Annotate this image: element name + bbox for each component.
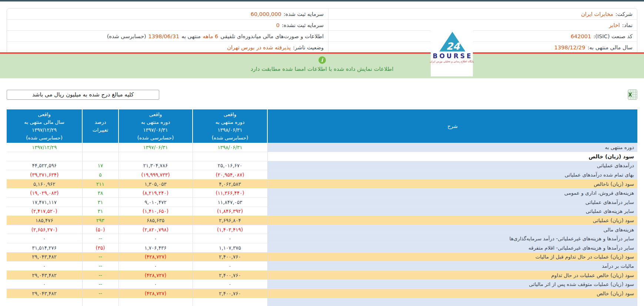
value-cell: -- [82, 261, 119, 271]
value-cell: ۲۵,۰۱۶,۶۷۰ [193, 161, 267, 170]
value-cell: (۳۹,۳۷۱,۶۳۴) [7, 170, 82, 180]
row-description-cell: دوره منتهی به [267, 143, 637, 152]
value-cell: ۵ [82, 170, 119, 180]
value-cell: ۲۱,۳۰۴,۷۸۶ [119, 161, 193, 170]
top-bar [0, 0, 644, 1]
value-cell: -- [82, 252, 119, 261]
value-cell: (۲۰,۹۵۴,۰۸۷) [193, 170, 267, 180]
table-row: سایر درآمدهای عملیاتی۱۱,۸۴۷,۰۵۳۹,۰۱۰,۴۷۲… [7, 198, 637, 207]
value-cell: ۱۳۹۷/۰۶/۳۱ [119, 143, 193, 152]
value-cell: ۲۹,۰۴۳,۴۸۲ [7, 289, 82, 298]
table-row: هزینه‌های مالی(۱,۴۰۳,۴۱۹)(۲,۸۲۰,۷۹۸)(۵۰)… [7, 225, 637, 234]
logo-brand-text: BOURSE [431, 52, 473, 60]
column-header-2: واقعی دوره منتهی به ۱۳۹۷/۰۶/۳۱ (حسابرسی … [119, 109, 193, 143]
issuer-status-label: وضعیت ناشر: [293, 45, 324, 50]
value-cell: ۱۷ [82, 161, 119, 170]
value-cell: ۱,۱۰۷,۳۷۵ [193, 243, 267, 253]
row-description-cell: بهای تمام شده درآمدهای عملیاتی [267, 170, 637, 180]
value-cell [82, 143, 119, 152]
column-header-0: شرح [267, 109, 637, 143]
registered-capital-value: 60,000,000 [251, 11, 281, 17]
row-description-cell: سایر درآمدهای عملیاتی [267, 198, 637, 207]
value-cell [119, 152, 193, 161]
value-cell: (۲,۸۲۰,۷۹۸) [119, 225, 193, 234]
value-cell: ۰ [193, 234, 267, 243]
row-description-cell: درآمدهای عملیاتی [267, 161, 637, 170]
issuer-status-value: پذیرفته شده در بورس تهران [227, 45, 291, 50]
excel-export-button[interactable] [627, 89, 638, 101]
table-row: سود (زیان) ناخالص۴,۰۶۲,۵۸۳۱,۳۰۵,۰۵۳۲۱۱۵,… [7, 179, 637, 188]
svg-text:24: 24 [446, 40, 460, 52]
row-description-cell: سود (زیان) عملیات در حال تداوم قبل از ما… [267, 252, 637, 261]
table-row: سود (زیان) خالص [7, 152, 637, 161]
row-description-cell: سود (زیان) خالص [267, 152, 637, 161]
row-description-cell: سود (زیان) ناخالص [267, 179, 637, 188]
report-date-part: 1398/06/31 [149, 33, 180, 39]
value-cell: ۳۸ [82, 188, 119, 198]
fiscal-year-value: 1398/12/29 [554, 45, 585, 50]
table-row: سود (زیان) خالص عملیات در حال تداوم۲,۴۰۰… [7, 270, 637, 280]
value-cell: (۱۹,۹۹۹,۷۳۳) [119, 170, 193, 180]
value-cell: ۰ [119, 280, 193, 289]
value-cell: (۱,۴۰۳,۴۱۹) [193, 225, 267, 234]
row-description-cell: مالیات بر درآمد [267, 261, 637, 271]
fiscal-year-label: سال مالی منتهی به: [587, 45, 633, 50]
company-label: شرکت: [615, 11, 633, 17]
value-cell [193, 152, 267, 161]
value-cell: ۲,۴۰۰,۷۶۰ [193, 252, 267, 261]
value-cell: ۰ [193, 280, 267, 289]
value-cell: (۵۰) [82, 225, 119, 234]
value-cell: ۲,۴۰۰,۷۶۰ [193, 270, 267, 280]
value-cell: -- [82, 270, 119, 280]
value-cell: ۰ [119, 261, 193, 271]
row-description-cell: سود (زیان) خالص [267, 289, 637, 298]
value-cell: (۳۵) [82, 243, 119, 253]
table-row: سایر هزینه‌های عملیاتی(۱,۸۴۶,۳۹۲)(۱,۴۱۰,… [7, 207, 637, 216]
table-row: سود (زیان) عملیاتی۲,۶۹۶,۸۰۴۶۸۵,۶۳۵۲۹۳۱۸۵… [7, 216, 637, 225]
value-cell: (۴۲۸,۷۲۷) [119, 270, 193, 280]
unregistered-capital-label: سرمایه ثبت نشده: [282, 22, 324, 28]
financial-statement-table: شرحواقعی دوره منتهی به ۱۳۹۸/۰۶/۳۱ (حسابر… [7, 109, 637, 306]
value-cell: (۲,۶۵۶,۲۷۰) [7, 225, 82, 234]
value-cell [82, 152, 119, 161]
row-description-cell: هزینه‌های فروش، اداری و عمومی [267, 188, 637, 198]
info-row: نماد: اخابر سرمایه ثبت نشده: 0 [7, 19, 637, 30]
value-cell [82, 298, 119, 306]
value-cell: ۰ [193, 261, 267, 271]
symbol-link[interactable]: اخابر [609, 22, 620, 28]
value-cell: -- [82, 234, 119, 243]
value-cell: ۶۸۵,۶۳۵ [119, 216, 193, 225]
signature-notice-banner: i اطلاعات نمایش داده شده با اطلاعات امضا… [0, 54, 644, 78]
row-description-cell: سایر هزینه‌های عملیاتی [267, 207, 637, 216]
info-row: سال مالی منتهی به: 1398/12/29 وضعیت ناشر… [7, 42, 637, 53]
value-cell: (۱۹,۰۲۹,۰۸۳) [7, 188, 82, 198]
value-cell: -- [82, 289, 119, 298]
value-cell: ۲۱۱ [82, 179, 119, 188]
report-audited-part: (حسابرسی شده) [107, 33, 146, 39]
table-row: مالیات بر درآمد۰۰--۰ [7, 261, 637, 271]
value-cell: ۳۱ [82, 207, 119, 216]
value-cell: (۱۱,۳۶۶,۴۴۰) [193, 188, 267, 198]
value-cell: ۰ [7, 234, 82, 243]
bourse24-triangle-icon: 24 [437, 30, 466, 53]
value-cell: (۲,۴۱۷,۵۲۰) [7, 207, 82, 216]
column-header-3: درصد تغییرات [82, 109, 119, 143]
logo-tagline: پایگاه اطلاع رسانی و تحلیلی بورس ایران [430, 60, 474, 63]
value-cell: ۱,۳۰۵,۰۵۳ [119, 179, 193, 188]
table-row: سود (زیان) عملیات در حال تداوم قبل از ما… [7, 252, 637, 261]
value-cell: ۳۱,۵۱۴,۲۷۶ [7, 243, 82, 253]
table-row: درآمدهای عملیاتی۲۵,۰۱۶,۶۷۰۲۱,۳۰۴,۷۸۶۱۷۴۴… [7, 161, 637, 170]
registered-capital-label: سرمایه ثبت شده: [284, 11, 324, 17]
isic-value: 642001 [571, 33, 591, 39]
value-cell: ۰ [7, 261, 82, 271]
value-cell: ۱۷,۴۷۱,۱۱۷ [7, 198, 82, 207]
value-cell: (۱,۴۱۰,۶۵۰) [119, 207, 193, 216]
value-cell: (۴۲۸,۷۲۷) [119, 289, 193, 298]
info-row: شرکت: مخابرات ایران سرمایه ثبت شده: 60,0… [7, 9, 637, 19]
row-description-cell: سود (زیان) عملیات متوقف شده پس از اثر ما… [267, 280, 637, 289]
company-name-link[interactable]: مخابرات ایران [581, 11, 613, 17]
value-cell: ۱۱,۸۴۷,۰۵۳ [193, 198, 267, 207]
value-cell: ۰ [7, 280, 82, 289]
info-row: کد صنعت (ISIC): 642001 اطلاعات و صورت‌ها… [7, 30, 637, 42]
symbol-label: نماد: [622, 22, 633, 28]
